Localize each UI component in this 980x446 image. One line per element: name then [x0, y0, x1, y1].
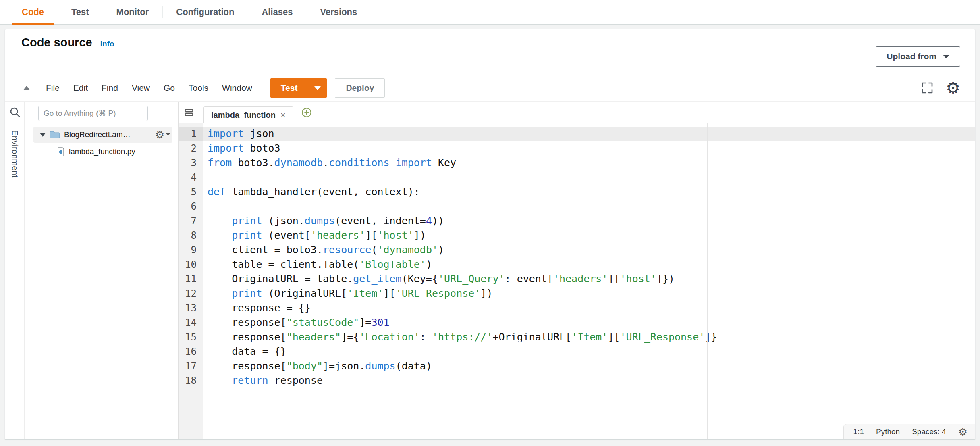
line-number[interactable]: 6: [179, 199, 203, 214]
tab-versions[interactable]: Versions: [307, 0, 371, 24]
code-line[interactable]: [203, 199, 975, 214]
disclosure-triangle-icon[interactable]: [40, 133, 46, 137]
file-name: lambda_function.py: [69, 147, 135, 156]
line-number[interactable]: 4: [179, 170, 203, 185]
folder-name: BlogRedirectLambda: [64, 130, 132, 139]
menu-edit[interactable]: Edit: [66, 83, 95, 93]
close-icon[interactable]: ×: [280, 111, 286, 120]
code-content: import jsonimport boto3from boto3.dynamo…: [203, 123, 975, 439]
code-source-header: Code source Info Upload from: [5, 29, 975, 75]
line-number[interactable]: 2: [179, 141, 203, 156]
tab-monitor[interactable]: Monitor: [103, 0, 163, 24]
folder-settings-icon[interactable]: ⚙: [155, 129, 172, 140]
code-line[interactable]: import json: [203, 127, 975, 141]
tab-configuration[interactable]: Configuration: [162, 0, 248, 24]
tab-list-icon[interactable]: [183, 107, 195, 118]
collapse-panel-icon[interactable]: [23, 86, 30, 90]
line-number[interactable]: 1: [179, 127, 203, 141]
code-line[interactable]: response["headers"]={'Location': 'https:…: [203, 330, 975, 344]
code-line[interactable]: data = {}: [203, 344, 975, 359]
fullscreen-icon[interactable]: [921, 81, 934, 94]
line-number[interactable]: 11: [179, 272, 203, 286]
editor-tab-lambda-function[interactable]: lambda_function ×: [203, 106, 293, 123]
test-button-label[interactable]: Test: [270, 78, 308, 98]
line-number[interactable]: 8: [179, 228, 203, 243]
tab-code[interactable]: Code: [8, 0, 58, 24]
menu-find[interactable]: Find: [95, 83, 125, 93]
code-line[interactable]: OriginalURL = table.get_item(Key={'URL_Q…: [203, 272, 975, 286]
statusbar-gear-icon[interactable]: ⚙: [958, 427, 968, 437]
code-source-panel: Code source Info Upload from FileEditFin…: [5, 29, 975, 440]
deploy-button[interactable]: Deploy: [335, 78, 385, 98]
line-number[interactable]: 7: [179, 214, 203, 228]
function-nav-tabs: CodeTestMonitorConfigurationAliasesVersi…: [0, 0, 980, 25]
upload-from-label: Upload from: [887, 52, 936, 61]
line-number[interactable]: 10: [179, 257, 203, 272]
code-line[interactable]: response = {}: [203, 301, 975, 315]
chevron-down-icon: [943, 55, 949, 58]
code-line[interactable]: response["statusCode"]=301: [203, 315, 975, 330]
tree-folder-row[interactable]: BlogRedirectLambda ⚙: [33, 127, 172, 143]
language-mode[interactable]: Python: [876, 427, 900, 436]
code-line[interactable]: def lambda_handler(event, context):: [203, 185, 975, 199]
menu-tools[interactable]: Tools: [182, 83, 215, 93]
code-editor: lambda_function × 1234567891011121314151…: [179, 102, 975, 439]
environment-strip: Environment: [5, 102, 25, 439]
environment-tab[interactable]: Environment: [5, 123, 24, 185]
test-button[interactable]: Test: [270, 78, 327, 98]
menu-go[interactable]: Go: [157, 83, 182, 93]
code-line[interactable]: print (json.dumps(event, indent=4)): [203, 214, 975, 228]
editor-tab-title: lambda_function: [211, 110, 276, 120]
code-line[interactable]: response["body"]=json.dumps(data): [203, 359, 975, 373]
editor-menubar: FileEditFindViewGoToolsWindow Test Deplo…: [5, 75, 975, 101]
code-line[interactable]: return response: [203, 373, 975, 388]
file-tree-panel: BlogRedirectLambda ⚙ lambda_function.py: [25, 102, 179, 439]
menu-window[interactable]: Window: [215, 83, 259, 93]
indentation-setting[interactable]: Spaces: 4: [912, 427, 946, 436]
environment-label: Environment: [10, 130, 19, 178]
search-icon[interactable]: [9, 102, 21, 123]
chevron-down-icon: [314, 86, 321, 90]
line-number[interactable]: 17: [179, 359, 203, 373]
test-button-caret[interactable]: [308, 78, 327, 98]
code-line[interactable]: print (OriginalURL['Item']['URL_Response…: [203, 286, 975, 301]
settings-gear-icon[interactable]: ⚙: [946, 80, 960, 96]
editor-tabbar: lambda_function ×: [179, 102, 975, 123]
ide-area: Environment BlogRedirectLambda ⚙ lambda_…: [5, 101, 975, 439]
line-number[interactable]: 16: [179, 344, 203, 359]
line-number[interactable]: 18: [179, 373, 203, 388]
menu-view[interactable]: View: [125, 83, 157, 93]
code-line[interactable]: table = client.Table('BlogTable'): [203, 257, 975, 272]
goto-anything-input[interactable]: [38, 106, 148, 121]
editor-menubar-items: FileEditFindViewGoToolsWindow: [39, 83, 259, 93]
tree-file-row[interactable]: lambda_function.py: [25, 144, 178, 160]
line-number[interactable]: 13: [179, 301, 203, 315]
line-number[interactable]: 9: [179, 243, 203, 257]
line-number[interactable]: 12: [179, 286, 203, 301]
line-number[interactable]: 14: [179, 315, 203, 330]
folder-icon: [50, 131, 60, 139]
menu-file[interactable]: File: [39, 83, 66, 93]
new-tab-plus-icon[interactable]: [301, 106, 313, 119]
gutter: 123456789101112131415161718: [179, 123, 203, 439]
python-file-icon: [57, 147, 65, 156]
info-link[interactable]: Info: [100, 40, 114, 48]
upload-from-button[interactable]: Upload from: [876, 46, 960, 67]
code-line[interactable]: print (event['headers']['host']): [203, 228, 975, 243]
tab-aliases[interactable]: Aliases: [248, 0, 306, 24]
line-number[interactable]: 15: [179, 330, 203, 344]
code-line[interactable]: import boto3: [203, 141, 975, 156]
code-area: 123456789101112131415161718 import jsoni…: [179, 123, 975, 439]
page-title: Code source: [21, 36, 92, 49]
tab-test[interactable]: Test: [58, 0, 103, 24]
editor-statusbar: 1:1 Python Spaces: 4 ⚙: [843, 424, 975, 439]
line-number[interactable]: 5: [179, 185, 203, 199]
print-margin-ruler: [707, 123, 708, 439]
code-line[interactable]: [203, 170, 975, 185]
cursor-position[interactable]: 1:1: [853, 427, 864, 436]
code-line[interactable]: from boto3.dynamodb.conditions import Ke…: [203, 156, 975, 170]
code-line[interactable]: client = boto3.resource('dynamodb'): [203, 243, 975, 257]
line-number[interactable]: 3: [179, 156, 203, 170]
